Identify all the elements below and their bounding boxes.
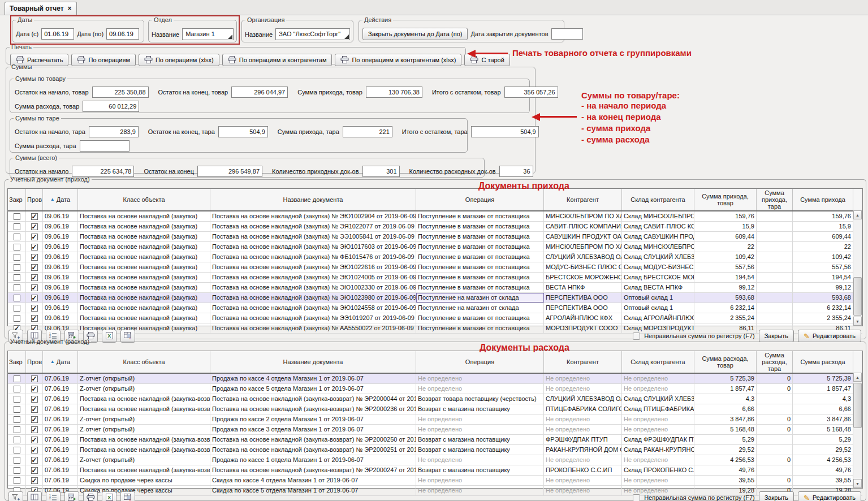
- cell-date[interactable]: 09.06.19: [43, 211, 78, 221]
- cell-date[interactable]: 09.06.19: [43, 222, 78, 231]
- cell-counterparty-warehouse[interactable]: Склад АГРОЛАЙНПЛЮС К: [622, 313, 694, 323]
- table-row[interactable]: 07.06.19Поставка на основе накладной (за…: [8, 445, 862, 455]
- cell-operation[interactable]: Не определено: [416, 384, 544, 394]
- cell-sum-goods[interactable]: 3 847,86: [694, 414, 757, 424]
- cell-sum-tare[interactable]: [757, 465, 793, 475]
- cell-object-class[interactable]: Поставка на основе накладной (закупка): [78, 252, 210, 262]
- cell-counterparty[interactable]: ВЕСТА НПКФ: [544, 283, 622, 292]
- cell-sum-tare[interactable]: [757, 293, 793, 303]
- closed-checkbox[interactable]: [14, 254, 20, 261]
- column-header-counterparty-warehouse[interactable]: Склад контрагента: [622, 189, 694, 210]
- cell-sum-total[interactable]: 2 355,24: [793, 313, 853, 323]
- column-header-verified[interactable]: Пров: [26, 189, 43, 210]
- cell-date[interactable]: 07.06.19: [43, 374, 78, 383]
- cell-sum-goods[interactable]: 4 256,53: [694, 455, 757, 465]
- column-header-sum-tare[interactable]: Сумма расхода, тара: [757, 351, 793, 373]
- cell-object-class[interactable]: Поставка на основе накладной (закупка-во…: [78, 445, 210, 455]
- cell-sum-goods[interactable]: 5,29: [694, 435, 757, 444]
- cell-counterparty-warehouse[interactable]: Склад ПРОКОПЕНКО С.С.И: [622, 465, 694, 475]
- verified-checkbox[interactable]: [31, 467, 38, 474]
- cell-operation[interactable]: Поступление в магазин от поставщика: [416, 262, 544, 272]
- table-row[interactable]: 09.06.19Поставка на основе накладной (за…: [8, 222, 862, 232]
- cell-object-class[interactable]: Z-отчет (открытый): [78, 455, 210, 465]
- cell-sum-tare[interactable]: [757, 404, 793, 414]
- cell-document-name[interactable]: Поставка на основе накладной (закупка-во…: [210, 404, 416, 414]
- cell-document-name[interactable]: Поставка на основе накладной (закупка) №…: [210, 273, 416, 282]
- income-docs-count-value[interactable]: 301: [362, 166, 400, 177]
- cell-sum-goods[interactable]: 49,76: [694, 465, 757, 475]
- cell-sum-total[interactable]: 22: [793, 242, 853, 252]
- cell-counterparty[interactable]: Не определено: [544, 455, 622, 465]
- closed-checkbox[interactable]: [14, 467, 20, 474]
- cell-sum-goods[interactable]: 99,12: [694, 283, 757, 292]
- cell-sum-tare[interactable]: [757, 273, 793, 282]
- cell-operation[interactable]: Возврат с магазина поставщику: [416, 435, 544, 444]
- cell-sum-total[interactable]: 159,76: [793, 211, 853, 221]
- cell-operation[interactable]: Поступление в магазин от поставщика: [416, 242, 544, 252]
- cell-counterparty-warehouse[interactable]: Склад ФРЭШФУДПАК ПТУ: [622, 435, 694, 444]
- cell-document-name[interactable]: Поставка на основе накладной (закупка) №…: [210, 303, 416, 313]
- column-header-sum-total[interactable]: Сумма расхода: [793, 351, 853, 373]
- closed-checkbox[interactable]: [14, 315, 20, 322]
- wrong-sum-checkbox[interactable]: [633, 494, 640, 501]
- cell-object-class[interactable]: Z-отчет (открытый): [78, 374, 210, 383]
- cell-document-name[interactable]: Продажа по кассе 2 отдела Магазин 1 от 2…: [210, 414, 416, 424]
- table-row[interactable]: 07.06.19Z-отчет (открытый)Продажа по кас…: [8, 374, 862, 384]
- cell-date[interactable]: 09.06.19: [43, 283, 78, 292]
- cell-counterparty-warehouse[interactable]: Склад РАКАН-КРУПЯНОЙ: [622, 445, 694, 455]
- cell-sum-goods[interactable]: 5 168,48: [694, 425, 757, 434]
- cell-counterparty-warehouse[interactable]: Не определено: [622, 425, 694, 434]
- expense-sum-tare-value[interactable]: [80, 140, 129, 152]
- closing-balance-tare-value[interactable]: 504,9: [218, 126, 268, 137]
- cell-counterparty[interactable]: МИНСКХЛЕБПРОМ ПО ХЛ: [544, 211, 622, 221]
- cell-sum-tare[interactable]: 0: [757, 455, 793, 465]
- cell-sum-goods[interactable]: 2 355,24: [694, 313, 757, 323]
- print-button[interactable]: [83, 491, 98, 501]
- table-row[interactable]: 09.06.19Поставка на основе накладной (за…: [8, 283, 862, 293]
- edit-button[interactable]: ✎Редактировать: [798, 491, 861, 501]
- cell-counterparty-warehouse[interactable]: Склад МОДУС-БИЗНЕС П: [622, 262, 694, 272]
- cell-counterparty[interactable]: Не определено: [544, 374, 622, 383]
- cell-sum-total[interactable]: 557,56: [793, 262, 853, 272]
- cell-document-name[interactable]: Продажа по кассе 4 отдела Магазин 1 от 2…: [210, 374, 416, 383]
- cell-document-name[interactable]: Поставка на основе накладной (закупка) №…: [210, 211, 416, 221]
- cell-object-class[interactable]: Поставка на основе накладной (закупка): [78, 313, 210, 323]
- cell-operation[interactable]: Поступление в магазин от поставщика: [416, 283, 544, 292]
- verified-checkbox[interactable]: [31, 406, 38, 413]
- cell-document-name[interactable]: Поставка на основе накладной (закупка) №…: [210, 252, 416, 262]
- cell-document-name[interactable]: Поставка на основе накладной (закупка) №…: [210, 313, 416, 323]
- table-row[interactable]: 07.06.19Поставка на основе накладной (за…: [8, 435, 862, 445]
- cell-counterparty-warehouse[interactable]: Склад ВЕСТА НПКФ: [622, 283, 694, 292]
- column-header-operation[interactable]: Операция: [416, 189, 544, 210]
- scrollbar-thumb[interactable]: [853, 383, 862, 428]
- cell-counterparty[interactable]: САВУШКИН ПРОДУКТ ОАО: [544, 232, 622, 241]
- scroll-down-button[interactable]: ▼: [853, 317, 862, 326]
- column-header-closed[interactable]: Закр: [8, 189, 26, 210]
- closed-checkbox[interactable]: [14, 437, 20, 443]
- calculator-button[interactable]: [64, 491, 79, 501]
- cell-operation[interactable]: Возврат с магазина поставщику: [416, 465, 544, 475]
- cell-counterparty[interactable]: СЛУЦКИЙ ХЛЕБЗАВОД ОА: [544, 252, 622, 262]
- cell-sum-tare[interactable]: [757, 222, 793, 231]
- cell-document-name[interactable]: Поставка на основе накладной (закупка) №…: [210, 323, 416, 333]
- excel-button[interactable]: X: [102, 491, 116, 501]
- column-header-sum-goods[interactable]: Сумма прихода, товар: [694, 189, 757, 210]
- cell-object-class[interactable]: Поставка на основе накладной (закупка): [78, 262, 210, 272]
- cell-counterparty-warehouse[interactable]: Не определено: [622, 414, 694, 424]
- cell-sum-total[interactable]: 5,29: [793, 435, 853, 444]
- expense-sum-goods-value[interactable]: 60 012,29: [83, 101, 139, 112]
- verified-checkbox[interactable]: [31, 274, 38, 281]
- cell-counterparty[interactable]: МОДУС-БИЗНЕС ПЛЮС О: [544, 262, 622, 272]
- cell-operation[interactable]: Поступление в магазин от поставщика: [416, 273, 544, 282]
- cell-date[interactable]: 09.06.19: [43, 303, 78, 313]
- cell-date[interactable]: 07.06.19: [43, 476, 78, 485]
- cell-sum-goods[interactable]: 29,52: [694, 445, 757, 455]
- closing-balance-total-value[interactable]: 296 549,87: [197, 166, 262, 177]
- cell-sum-total[interactable]: 49,76: [793, 465, 853, 475]
- scroll-up-button[interactable]: ▲: [853, 373, 862, 382]
- table-row[interactable]: 07.06.19Z-отчет (открытый)Продажа по кас…: [8, 425, 862, 435]
- verified-checkbox[interactable]: [31, 284, 38, 291]
- verified-checkbox[interactable]: [31, 264, 38, 271]
- cell-counterparty-warehouse[interactable]: Склад БРЕСТСКОЕ МОРО: [622, 273, 694, 282]
- column-header-closed[interactable]: Закр: [8, 351, 26, 373]
